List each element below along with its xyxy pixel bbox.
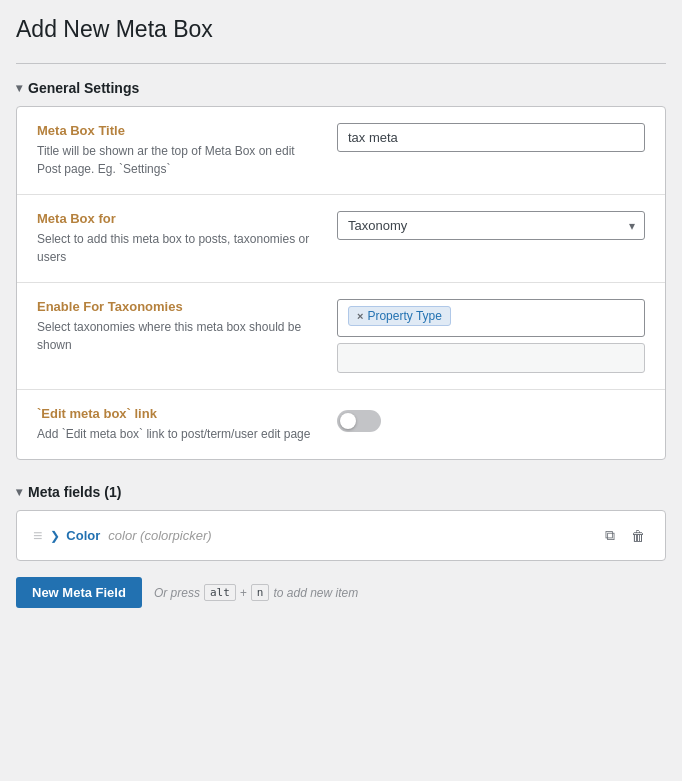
section-title-meta-fields: Meta fields (1)	[28, 484, 121, 500]
tag-label: Property Type	[367, 309, 441, 323]
chevron-down-icon[interactable]: ▾	[16, 81, 22, 95]
trash-icon: 🗑	[631, 528, 645, 544]
field-row-edit-meta-link: `Edit meta box` link Add `Edit meta box`…	[17, 390, 665, 459]
general-settings-card: Meta Box Title Title will be shown ar th…	[16, 106, 666, 460]
shortcut-hint: Or press alt + n to add new item	[154, 584, 358, 601]
shortcut-plus: +	[240, 586, 247, 600]
shortcut-suffix: to add new item	[273, 586, 358, 600]
edit-meta-link-toggle[interactable]	[337, 410, 381, 432]
bottom-bar: New Meta Field Or press alt + n to add n…	[16, 565, 666, 608]
meta-fields-section: ▾ Meta fields (1) ≡ ❯ Color color (color…	[16, 484, 666, 608]
field-row-enable-taxonomies: Enable For Taxonomies Select taxonomies …	[17, 283, 665, 390]
edit-meta-link-toggle-wrapper	[337, 406, 645, 432]
tag-property-type: × Property Type	[348, 306, 451, 326]
taxonomies-input-blank[interactable]	[337, 343, 645, 373]
shortcut-hint-text: Or press	[154, 586, 200, 600]
field-row-meta-box-title: Meta Box Title Title will be shown ar th…	[17, 107, 665, 195]
meta-box-title-input[interactable]	[337, 123, 645, 152]
edit-meta-link-label: `Edit meta box` link	[37, 406, 317, 421]
toggle-knob	[340, 413, 356, 429]
meta-field-color-row: ≡ ❯ Color color (colorpicker) ⧉ 🗑	[16, 510, 666, 561]
meta-field-color-name: Color	[66, 528, 100, 543]
new-meta-field-button[interactable]: New Meta Field	[16, 577, 142, 608]
meta-field-color-type: color (colorpicker)	[108, 528, 211, 543]
enable-taxonomies-label: Enable For Taxonomies	[37, 299, 317, 314]
copy-icon: ⧉	[605, 527, 615, 544]
meta-box-for-label: Meta Box for	[37, 211, 317, 226]
drag-handle-icon[interactable]: ≡	[33, 527, 42, 545]
meta-box-for-desc: Select to add this meta box to posts, ta…	[37, 230, 317, 266]
tag-remove-icon[interactable]: ×	[357, 310, 363, 322]
meta-box-for-wrapper: Posts Taxonomy Users ▾	[337, 211, 645, 240]
shortcut-key-alt: alt	[204, 584, 236, 601]
taxonomies-tags-area[interactable]: × Property Type	[337, 299, 645, 337]
section-header-general: ▾ General Settings	[16, 80, 666, 96]
enable-taxonomies-desc: Select taxonomies where this meta box sh…	[37, 318, 317, 354]
section-header-meta-fields: ▾ Meta fields (1)	[16, 484, 666, 500]
edit-meta-link-desc: Add `Edit meta box` link to post/term/us…	[37, 425, 317, 443]
chevron-down-icon-meta[interactable]: ▾	[16, 485, 22, 499]
meta-box-title-label: Meta Box Title	[37, 123, 317, 138]
copy-field-button[interactable]: ⧉	[601, 525, 619, 546]
meta-field-actions: ⧉ 🗑	[601, 525, 649, 546]
meta-box-for-select[interactable]: Posts Taxonomy Users	[337, 211, 645, 240]
field-row-meta-box-for: Meta Box for Select to add this meta box…	[17, 195, 665, 283]
delete-field-button[interactable]: 🗑	[627, 526, 649, 546]
chevron-right-icon[interactable]: ❯	[50, 529, 60, 543]
section-title-general: General Settings	[28, 80, 139, 96]
page-title: Add New Meta Box	[16, 16, 666, 43]
meta-box-title-desc: Title will be shown ar the top of Meta B…	[37, 142, 317, 178]
general-settings-section: ▾ General Settings Meta Box Title Title …	[16, 80, 666, 460]
shortcut-key-n: n	[251, 584, 270, 601]
